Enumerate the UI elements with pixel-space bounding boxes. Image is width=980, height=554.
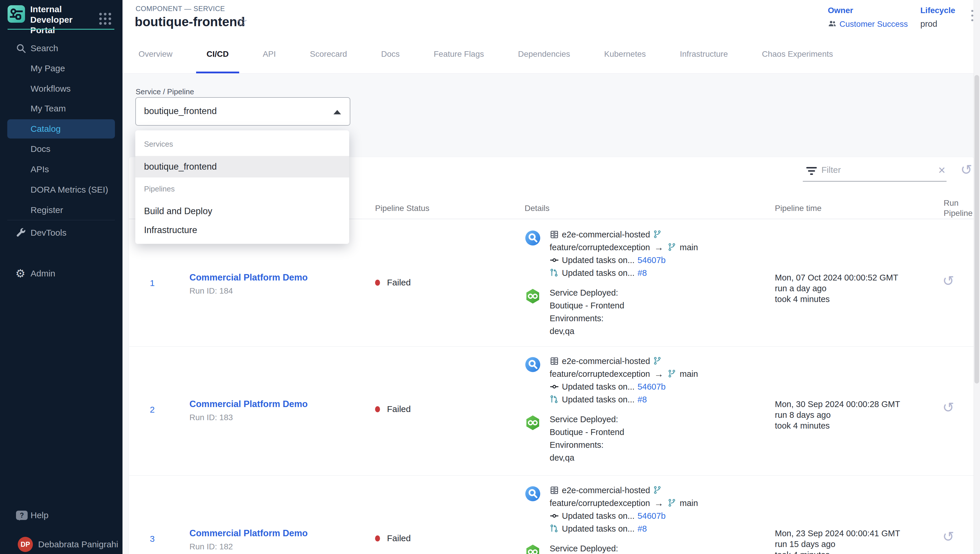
git-branch-icon: [653, 357, 662, 366]
environments-label: Environments:: [550, 438, 624, 451]
sidebar-item-label: DORA Metrics (SEI): [30, 185, 108, 195]
deployed-label: Service Deployed:: [550, 286, 624, 299]
tab-docs[interactable]: Docs: [371, 35, 410, 73]
commit-message: Updated tasks on...: [562, 255, 635, 265]
pr-link[interactable]: #8: [638, 524, 647, 533]
sidebar-item-admin[interactable]: ⚙ Admin: [7, 264, 115, 283]
arrow-right-icon: →: [654, 242, 663, 253]
entity-tabs: Overview CI/CD API Scorecard Docs Featur…: [128, 35, 843, 73]
commit-icon: [550, 255, 559, 265]
sidebar-item-workflows[interactable]: Workflows: [7, 79, 115, 98]
commit-message: Updated tasks on...: [562, 382, 635, 392]
pr-message: Updated tasks on...: [562, 395, 635, 404]
sidebar-item-label: DevTools: [30, 228, 66, 238]
commit-link[interactable]: 54607b: [638, 255, 666, 265]
sidebar-user-menu[interactable]: DP Debabrata Panigrahi: [7, 535, 115, 554]
run-relative-time: run a day ago: [775, 283, 898, 294]
sidebar-item-apis[interactable]: APIs: [7, 160, 115, 179]
sidebar-item-devtools[interactable]: DevTools: [7, 223, 115, 242]
pipeline-name-link[interactable]: Commercial Platform Demo: [189, 272, 308, 283]
pull-request-icon: [550, 268, 559, 278]
clear-filter-icon[interactable]: ×: [938, 164, 945, 176]
sidebar-item-label: Help: [30, 510, 49, 520]
deployed-service: Boutique - Frontend: [550, 299, 624, 312]
breadcrumb-kicker: COMPONENT — SERVICE: [135, 5, 225, 13]
page-title: boutique-frontend: [135, 14, 245, 29]
tab-chaos-experiments[interactable]: Chaos Experiments: [751, 35, 843, 73]
sidebar-item-label: APIs: [30, 164, 49, 174]
pipeline-name-link[interactable]: Commercial Platform Demo: [189, 399, 308, 409]
cd-module-icon: [525, 544, 541, 554]
target-branch: main: [680, 369, 698, 379]
user-avatar: DP: [18, 537, 33, 552]
tab-cicd[interactable]: CI/CD: [196, 35, 239, 73]
sidebar-item-label: My Team: [30, 103, 66, 113]
tab-feature-flags[interactable]: Feature Flags: [423, 35, 495, 73]
lifecycle-value: prod: [920, 19, 955, 29]
row-index: 1: [150, 278, 155, 288]
details-cell: e2e-commercial-hosted feature/corruptede…: [525, 355, 698, 464]
sidebar-item-register[interactable]: Register: [7, 201, 115, 220]
more-options-icon[interactable]: [971, 10, 973, 21]
tab-kubernetes[interactable]: Kubernetes: [593, 35, 656, 73]
owner-link[interactable]: Customer Success: [840, 19, 908, 29]
service-pipeline-select[interactable]: boutique_frontend: [135, 97, 350, 126]
repository-icon: [550, 357, 559, 366]
sidebar-item-docs[interactable]: Docs: [7, 139, 115, 159]
pr-link[interactable]: #8: [638, 268, 647, 278]
rerun-pipeline-icon[interactable]: ↺: [942, 401, 954, 415]
pipeline-time-cell: Mon, 07 Oct 2024 00:00:52 GMT run a day …: [775, 272, 898, 305]
wrench-icon: [16, 227, 27, 238]
filter-icon: [806, 167, 817, 176]
pipeline-name-link[interactable]: Commercial Platform Demo: [189, 528, 308, 538]
repo-name[interactable]: e2e-commercial-hosted: [562, 357, 650, 366]
failed-status-dot: [375, 280, 380, 286]
target-branch: main: [680, 498, 698, 508]
select-value: boutique_frontend: [144, 106, 217, 116]
sidebar-item-search[interactable]: Search: [7, 39, 115, 58]
run-id: Run ID: 182: [189, 542, 308, 551]
rerun-pipeline-icon[interactable]: ↺: [942, 530, 954, 544]
table-row: 2 Commercial Platform Demo Run ID: 183 F…: [129, 346, 974, 473]
environments-label: Environments:: [550, 312, 624, 325]
run-relative-time: run 8 days ago: [775, 410, 900, 420]
pull-request-icon: [550, 524, 559, 533]
target-branch: main: [680, 243, 698, 252]
sidebar-item-my-page[interactable]: My Page: [7, 59, 115, 78]
status-label: Failed: [387, 278, 411, 288]
failed-status-dot: [375, 535, 380, 541]
tab-overview[interactable]: Overview: [128, 35, 183, 73]
tab-dependencies[interactable]: Dependencies: [508, 35, 581, 73]
ci-module-icon: [525, 230, 541, 246]
pipeline-time-cell: Mon, 30 Sep 2024 00:00:28 GMT run 8 days…: [775, 399, 900, 431]
tab-infrastructure[interactable]: Infrastructure: [670, 35, 738, 73]
dropdown-option-infrastructure[interactable]: Infrastructure: [135, 221, 349, 239]
refresh-table-icon[interactable]: ↺: [961, 163, 972, 177]
tab-api[interactable]: API: [252, 35, 286, 73]
dropdown-group-services: Services: [144, 140, 173, 149]
rerun-pipeline-icon[interactable]: ↺: [942, 274, 954, 288]
pr-link[interactable]: #8: [638, 395, 647, 404]
sidebar-item-dora-metrics[interactable]: DORA Metrics (SEI): [7, 180, 115, 199]
favorite-star-icon[interactable]: ☆: [236, 15, 248, 28]
git-branch-icon: [668, 498, 677, 508]
sidebar-item-label: Admin: [30, 269, 55, 279]
run-duration: took 4 minutes: [775, 420, 900, 431]
run-timestamp: Mon, 07 Oct 2024 00:00:52 GMT: [775, 272, 898, 283]
deployed-label: Service Deployed:: [550, 413, 624, 426]
sidebar-item-catalog[interactable]: Catalog: [7, 119, 115, 138]
dropdown-option-boutique-frontend[interactable]: boutique_frontend: [135, 156, 349, 177]
repo-name[interactable]: e2e-commercial-hosted: [562, 486, 650, 495]
scrollbar-thumb[interactable]: [974, 75, 979, 384]
owner-block: Owner Customer Success: [828, 6, 908, 29]
sidebar-item-help[interactable]: ? Help: [7, 506, 115, 525]
tab-scorecard[interactable]: Scorecard: [299, 35, 358, 73]
sidebar-accent-divider: [8, 29, 115, 30]
commit-link[interactable]: 54607b: [638, 511, 666, 521]
repo-name[interactable]: e2e-commercial-hosted: [562, 230, 650, 239]
dropdown-option-build-and-deploy[interactable]: Build and Deploy: [135, 202, 349, 221]
filter-input[interactable]: [821, 165, 918, 175]
sidebar-item-my-team[interactable]: My Team: [7, 99, 115, 118]
commit-link[interactable]: 54607b: [638, 382, 666, 392]
app-switcher-icon[interactable]: [99, 13, 111, 25]
